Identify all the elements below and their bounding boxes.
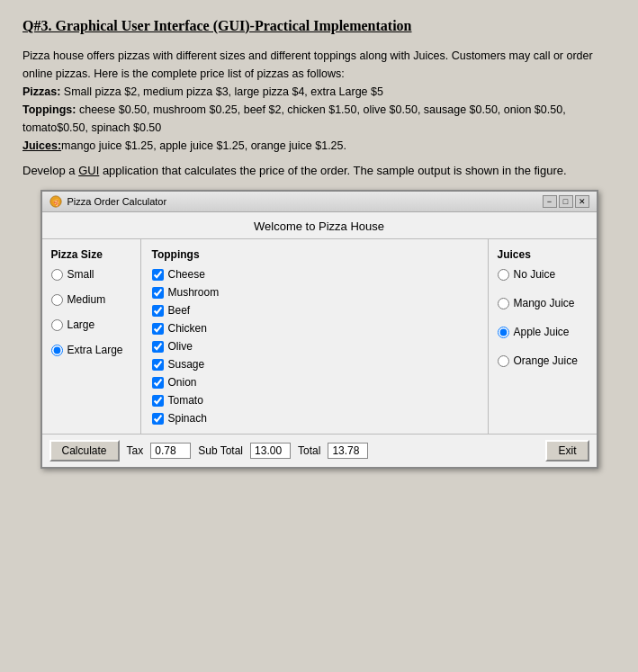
- juices-text: mango juice $1.25, apple juice $1.25, or…: [61, 139, 346, 152]
- topping-olive-label: Olive: [168, 340, 193, 353]
- topping-chicken[interactable]: Chicken: [152, 322, 477, 335]
- pizza-large[interactable]: Large: [51, 318, 131, 331]
- juice-orange-radio[interactable]: [498, 355, 509, 367]
- total-label: Total: [298, 444, 320, 457]
- toppings-label: Toppings:: [22, 103, 76, 116]
- gui-window: 🍕 Pizza Order Calculator − □ ✕ Welcome t…: [40, 190, 598, 469]
- desc-line1: Pizza house offers pizzas with different…: [22, 49, 593, 80]
- pizza-size-group: Small Medium Large Extra Large: [51, 268, 131, 356]
- minimize-button[interactable]: −: [543, 195, 557, 208]
- toppings-panel: Toppings Cheese Mushroom Beef: [141, 239, 489, 434]
- topping-mushroom-label: Mushroom: [168, 286, 220, 299]
- topping-tomato-cb[interactable]: [152, 395, 164, 407]
- juices-header: Juices: [498, 248, 588, 261]
- pizza-medium[interactable]: Medium: [51, 293, 131, 306]
- pizza-size-panel: Pizza Size Small Medium Large: [42, 239, 141, 434]
- topping-spinach-label: Spinach: [168, 412, 207, 425]
- pizza-extralarge[interactable]: Extra Large: [51, 344, 131, 356]
- pizza-large-label: Large: [67, 318, 95, 331]
- subtotal-value: 13.00: [250, 443, 291, 459]
- juice-apple-radio[interactable]: [498, 327, 509, 338]
- juice-none[interactable]: No Juice: [498, 268, 588, 281]
- pizza-large-radio[interactable]: [51, 319, 63, 331]
- topping-spinach[interactable]: Spinach: [152, 412, 477, 425]
- topping-olive-cb[interactable]: [152, 341, 164, 353]
- topping-chicken-label: Chicken: [168, 322, 207, 335]
- topping-mushroom[interactable]: Mushroom: [152, 286, 477, 299]
- juices-panel: Juices No Juice Mango Juice Apple Juice: [489, 239, 597, 434]
- pizza-small[interactable]: Small: [51, 268, 131, 281]
- toppings-text: cheese $0.50, mushroom $0.25, beef $2, c…: [22, 103, 566, 134]
- topping-olive[interactable]: Olive: [152, 340, 477, 353]
- toppings-group: Cheese Mushroom Beef Chicken: [152, 268, 477, 425]
- topping-cheese-cb[interactable]: [152, 269, 164, 281]
- exit-button[interactable]: Exit: [545, 440, 589, 461]
- bottom-bar: Calculate Tax 0.78 Sub Total 13.00 Total…: [42, 434, 597, 467]
- juice-mango-radio[interactable]: [498, 298, 509, 309]
- topping-onion-label: Onion: [168, 376, 197, 389]
- close-button[interactable]: ✕: [575, 195, 589, 208]
- pizza-medium-label: Medium: [67, 293, 106, 306]
- pizza-small-radio[interactable]: [51, 269, 63, 281]
- tax-value: 0.78: [150, 443, 191, 459]
- juice-none-radio[interactable]: [498, 269, 509, 281]
- main-area: Pizza Size Small Medium Large: [42, 238, 597, 434]
- topping-tomato[interactable]: Tomato: [152, 394, 477, 407]
- topping-onion-cb[interactable]: [152, 377, 164, 389]
- toppings-header: Toppings: [152, 248, 477, 261]
- pizza-extralarge-radio[interactable]: [51, 345, 63, 356]
- topping-cheese-label: Cheese: [168, 268, 205, 281]
- pizza-extralarge-label: Extra Large: [67, 344, 123, 356]
- juice-apple[interactable]: Apple Juice: [498, 326, 588, 338]
- juice-mango[interactable]: Mango Juice: [498, 297, 588, 309]
- juice-orange[interactable]: Orange Juice: [498, 354, 588, 367]
- juice-mango-label: Mango Juice: [514, 297, 575, 309]
- topping-mushroom-cb[interactable]: [152, 287, 164, 299]
- topping-chicken-cb[interactable]: [152, 323, 164, 335]
- juice-none-label: No Juice: [514, 268, 556, 281]
- title-bar-controls: − □ ✕: [543, 195, 589, 208]
- svg-text:🍕: 🍕: [51, 198, 60, 207]
- juice-orange-label: Orange Juice: [514, 354, 578, 367]
- juices-group: No Juice Mango Juice Apple Juice Orange …: [498, 268, 588, 367]
- subtotal-label: Sub Total: [198, 444, 243, 457]
- pizzas-label: Pizzas:: [22, 85, 60, 98]
- topping-susage[interactable]: Susage: [152, 358, 477, 371]
- pizza-medium-radio[interactable]: [51, 294, 63, 306]
- develop-text: Develop a GUI application that calculate…: [22, 164, 616, 177]
- description: Pizza house offers pizzas with different…: [22, 47, 616, 155]
- topping-susage-cb[interactable]: [152, 359, 164, 371]
- window-title: Pizza Order Calculator: [67, 196, 537, 207]
- tax-label: Tax: [127, 444, 144, 457]
- topping-beef[interactable]: Beef: [152, 304, 477, 317]
- juice-apple-label: Apple Juice: [514, 326, 570, 338]
- pizza-small-label: Small: [67, 268, 94, 281]
- topping-susage-label: Susage: [168, 358, 205, 371]
- topping-beef-cb[interactable]: [152, 305, 164, 317]
- pizza-size-header: Pizza Size: [51, 248, 131, 261]
- welcome-header: Welcome to Pizza House: [42, 212, 597, 238]
- topping-tomato-label: Tomato: [168, 394, 203, 407]
- title-bar: 🍕 Pizza Order Calculator − □ ✕: [42, 192, 597, 212]
- juices-label: Juices:: [22, 139, 61, 152]
- topping-spinach-cb[interactable]: [152, 413, 164, 425]
- calculate-button[interactable]: Calculate: [49, 440, 120, 461]
- maximize-button[interactable]: □: [559, 195, 573, 208]
- topping-cheese[interactable]: Cheese: [152, 268, 477, 281]
- topping-onion[interactable]: Onion: [152, 376, 477, 389]
- page-title: Q#3. Graphical User Interface (GUI)-Prac…: [22, 18, 616, 34]
- total-value: 13.78: [328, 443, 368, 459]
- app-icon: 🍕: [49, 195, 62, 208]
- topping-beef-label: Beef: [168, 304, 191, 317]
- pizzas-text: Small pizza $2, medium pizza $3, large p…: [60, 85, 383, 98]
